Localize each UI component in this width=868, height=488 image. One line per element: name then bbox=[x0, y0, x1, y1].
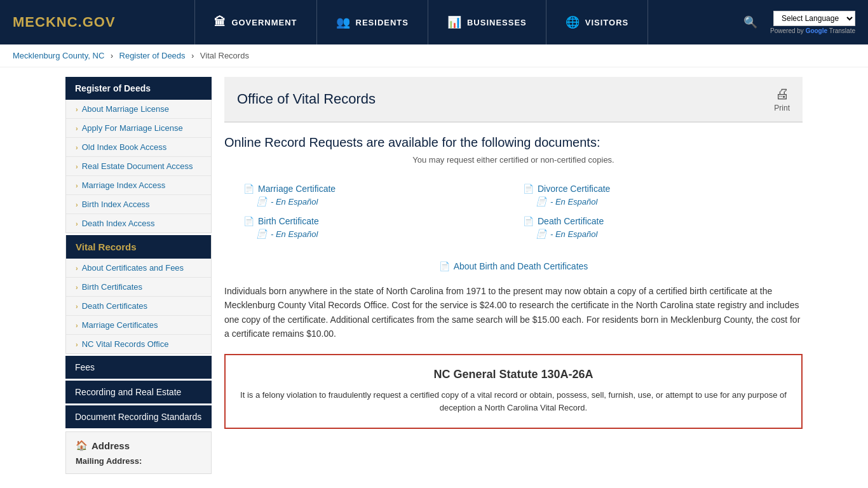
marriage-cert-espanol-label: - En Español bbox=[271, 197, 318, 207]
nav-government-label: GOVERNMENT bbox=[231, 18, 297, 27]
doc-icon: 📄 bbox=[536, 196, 546, 207]
sidebar-item-old-index[interactable]: › Old Index Book Access bbox=[66, 138, 211, 157]
statute-text: It is a felony violation to fraudulently… bbox=[238, 389, 789, 416]
address-heading: 🏠 Address bbox=[76, 440, 201, 451]
about-birth-death-link[interactable]: 📄 About Birth and Death Certificates bbox=[439, 261, 588, 271]
about-link-row: 📄 About Birth and Death Certificates bbox=[224, 261, 803, 271]
sidebar-item-birth-certs[interactable]: › Birth Certificates bbox=[66, 278, 211, 297]
marriage-cert-item: 📄 Marriage Certificate 📄 - En Español bbox=[243, 184, 504, 207]
death-cert-label: Death Certificate bbox=[538, 216, 604, 226]
nav-visitors[interactable]: 🌐 VISITORS bbox=[546, 0, 648, 44]
print-label: Print bbox=[774, 104, 790, 112]
sidebar-item-death-index[interactable]: › Death Index Access bbox=[66, 214, 211, 233]
content-area: Register of Deeds › About Marriage Licen… bbox=[53, 67, 815, 484]
sidebar-doc-recording[interactable]: Document Recording Standards bbox=[65, 405, 212, 428]
sidebar-item-marriage-index[interactable]: › Marriage Index Access bbox=[66, 176, 211, 195]
sidebar-item-death-certs[interactable]: › Death Certificates bbox=[66, 297, 211, 316]
sidebar-item-birth-index[interactable]: › Birth Index Access bbox=[66, 195, 211, 214]
search-button[interactable]: 🔍 bbox=[740, 12, 761, 32]
sidebar-recording[interactable]: Recording and Real Estate bbox=[65, 381, 212, 403]
chevron-icon: › bbox=[76, 341, 78, 348]
nav-residents[interactable]: 👥 RESIDENTS bbox=[316, 0, 428, 44]
subtitle: You may request either certified or non-… bbox=[224, 155, 803, 165]
divorce-cert-link[interactable]: 📄 Divorce Certificate bbox=[523, 184, 783, 194]
sidebar: Register of Deeds › About Marriage Licen… bbox=[65, 77, 212, 474]
sidebar-item-certs-fees[interactable]: › About Certificates and Fees bbox=[66, 259, 211, 278]
sidebar-register-header: Register of Deeds bbox=[65, 77, 212, 100]
main-heading: Online Record Requests are available for… bbox=[224, 135, 803, 150]
body-text: Individuals born anywhere in the state o… bbox=[224, 284, 803, 341]
chevron-icon: › bbox=[76, 220, 78, 227]
sidebar-item-apply-marriage[interactable]: › Apply For Marriage License bbox=[66, 119, 211, 138]
breadcrumb-sep-2: › bbox=[191, 51, 194, 60]
sidebar-item-real-estate[interactable]: › Real Estate Document Access bbox=[66, 157, 211, 176]
doc-icon: 📄 bbox=[523, 184, 534, 194]
divorce-cert-espanol-label: - En Español bbox=[550, 197, 597, 207]
sidebar-item-nc-vital[interactable]: › NC Vital Records Office bbox=[66, 335, 211, 353]
visitors-icon: 🌐 bbox=[566, 15, 580, 29]
businesses-icon: 📊 bbox=[447, 15, 462, 29]
chevron-icon: › bbox=[76, 182, 78, 189]
chevron-icon: › bbox=[76, 283, 78, 291]
breadcrumb-home[interactable]: Mecklenburg County, NC bbox=[13, 51, 104, 60]
sidebar-fees[interactable]: Fees bbox=[65, 356, 212, 379]
header-right: 🔍 Select Language Powered by Google Tran… bbox=[740, 11, 855, 34]
nav-residents-label: RESIDENTS bbox=[356, 18, 409, 27]
birth-cert-label: Birth Certificate bbox=[258, 216, 319, 226]
printer-icon: 🖨 bbox=[775, 86, 789, 102]
death-cert-espanol-label: - En Español bbox=[550, 229, 597, 239]
birth-cert-espanol[interactable]: 📄 - En Español bbox=[256, 229, 504, 239]
statute-box: NC General Statute 130A-26A It is a felo… bbox=[224, 354, 803, 430]
death-cert-link[interactable]: 📄 Death Certificate bbox=[523, 216, 783, 226]
records-grid: 📄 Marriage Certificate 📄 - En Español 📄 … bbox=[224, 177, 803, 245]
page-title: Office of Vital Records bbox=[237, 91, 376, 107]
marriage-cert-link[interactable]: 📄 Marriage Certificate bbox=[243, 184, 504, 194]
chevron-icon: › bbox=[76, 322, 78, 329]
nav-businesses-label: BUSINESSES bbox=[467, 18, 527, 27]
marriage-cert-espanol[interactable]: 📄 - En Español bbox=[256, 196, 504, 207]
about-birth-death-label: About Birth and Death Certificates bbox=[454, 261, 588, 271]
sidebar-register-nav: › About Marriage License › Apply For Mar… bbox=[65, 100, 212, 233]
marriage-cert-label: Marriage Certificate bbox=[258, 184, 336, 194]
sidebar-item-marriage-certs[interactable]: › Marriage Certificates bbox=[66, 316, 211, 335]
header: MECKNC.GOV 🏛 GOVERNMENT 👥 RESIDENTS 📊 BU… bbox=[0, 0, 868, 44]
main-nav: 🏛 GOVERNMENT 👥 RESIDENTS 📊 BUSINESSES 🌐 … bbox=[116, 0, 728, 44]
statute-title: NC General Statute 130A-26A bbox=[238, 368, 789, 381]
death-cert-espanol[interactable]: 📄 - En Español bbox=[536, 229, 783, 239]
nav-visitors-label: VISITORS bbox=[585, 18, 628, 27]
doc-icon: 📄 bbox=[243, 216, 254, 226]
mailing-label: Mailing Address: bbox=[76, 456, 201, 466]
doc-icon: 📄 bbox=[256, 196, 267, 207]
chevron-icon: › bbox=[76, 125, 78, 132]
language-select[interactable]: Select Language bbox=[773, 11, 855, 26]
nav-government[interactable]: 🏛 GOVERNMENT bbox=[194, 0, 316, 44]
home-icon: 🏠 bbox=[76, 440, 88, 451]
site-logo[interactable]: MECKNC.GOV bbox=[13, 14, 116, 30]
birth-cert-espanol-label: - En Español bbox=[271, 229, 318, 239]
nav-businesses[interactable]: 📊 BUSINESSES bbox=[428, 0, 546, 44]
doc-icon: 📄 bbox=[439, 261, 450, 271]
chevron-icon: › bbox=[76, 105, 78, 113]
doc-icon: 📄 bbox=[256, 229, 267, 239]
death-cert-item: 📄 Death Certificate 📄 - En Español bbox=[523, 216, 783, 239]
doc-icon: 📄 bbox=[536, 229, 546, 239]
divorce-cert-espanol[interactable]: 📄 - En Español bbox=[536, 196, 783, 207]
chevron-icon: › bbox=[76, 163, 78, 170]
breadcrumb: Mecklenburg County, NC › Register of Dee… bbox=[0, 44, 868, 67]
divorce-cert-item: 📄 Divorce Certificate 📄 - En Español bbox=[523, 184, 783, 207]
birth-cert-item: 📄 Birth Certificate 📄 - En Español bbox=[243, 216, 504, 239]
birth-cert-link[interactable]: 📄 Birth Certificate bbox=[243, 216, 504, 226]
doc-icon: 📄 bbox=[523, 216, 534, 226]
sidebar-item-about-marriage[interactable]: › About Marriage License bbox=[66, 100, 211, 119]
breadcrumb-register[interactable]: Register of Deeds bbox=[119, 51, 186, 60]
translate-widget: Select Language Powered by Google Transl… bbox=[770, 11, 855, 34]
main-content: Office of Vital Records 🖨 Print Online R… bbox=[224, 77, 803, 474]
sidebar-vital-section: Vital Records › About Certificates and F… bbox=[65, 235, 212, 354]
residents-icon: 👥 bbox=[336, 15, 351, 29]
google-text: Google bbox=[806, 27, 827, 34]
sidebar-vital-header: Vital Records bbox=[66, 235, 211, 259]
divorce-cert-label: Divorce Certificate bbox=[538, 184, 610, 194]
print-button[interactable]: 🖨 Print bbox=[774, 86, 790, 112]
doc-icon: 📄 bbox=[243, 184, 254, 194]
breadcrumb-current: Vital Records bbox=[200, 51, 249, 60]
